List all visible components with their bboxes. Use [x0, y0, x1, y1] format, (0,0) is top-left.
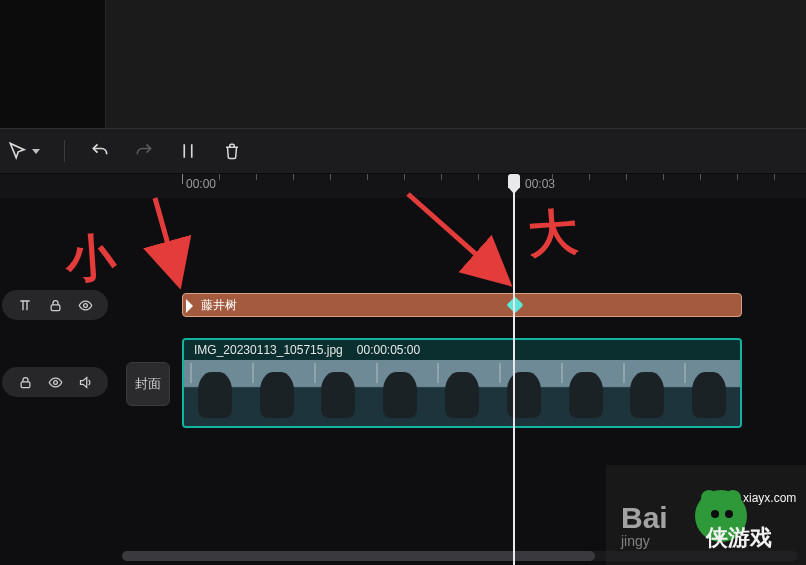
video-clip-duration: 00:00:05:00: [357, 343, 420, 357]
playhead[interactable]: [513, 174, 515, 565]
lock-icon[interactable]: [16, 373, 34, 391]
undo-button[interactable]: [89, 140, 111, 162]
keyframe-marker[interactable]: [507, 297, 524, 314]
text-clip-label: 藤井树: [201, 297, 237, 314]
eye-icon[interactable]: [76, 296, 94, 314]
cover-button[interactable]: 封面: [126, 362, 170, 406]
preview-sidebar: [0, 0, 106, 128]
preview-panel: [0, 0, 806, 128]
timeline-toolbar: [0, 128, 806, 174]
text-track: 藤井树: [0, 290, 806, 320]
svg-text:侠游戏: 侠游戏: [705, 525, 772, 550]
svg-rect-0: [51, 304, 60, 310]
video-thumbnail: [678, 360, 740, 426]
video-clip[interactable]: IMG_20230113_105715.jpg 00:00:05:00: [182, 338, 742, 428]
video-thumbnail: [369, 360, 431, 426]
svg-point-10: [711, 510, 719, 518]
video-track-head: [0, 360, 120, 404]
svg-point-9: [725, 490, 741, 506]
text-track-head: [0, 290, 120, 320]
ruler-label: 00:00: [186, 177, 216, 191]
svg-text:xiayx.com: xiayx.com: [743, 491, 796, 505]
preview-viewport[interactable]: [106, 0, 806, 128]
ruler-label: 00:03: [525, 177, 555, 191]
video-clip-header: IMG_20230113_105715.jpg 00:00:05:00: [184, 340, 740, 360]
text-clip[interactable]: 藤井树: [182, 293, 742, 317]
watermark: Bai jingy xiayx.com 侠游戏: [606, 465, 806, 565]
svg-rect-2: [21, 381, 30, 387]
video-track: 封面 IMG_20230113_105715.jpg 00:00:05:00: [0, 338, 806, 428]
svg-point-3: [53, 380, 57, 384]
redo-button[interactable]: [133, 140, 155, 162]
speaker-icon[interactable]: [76, 373, 94, 391]
video-thumbnail: [555, 360, 617, 426]
watermark-sub: jingy: [620, 533, 650, 549]
cursor-icon: [6, 140, 28, 162]
video-thumbnail: [431, 360, 493, 426]
time-ruler[interactable]: 00:00 00:03: [0, 174, 806, 198]
delete-button[interactable]: [221, 140, 243, 162]
chevron-down-icon: [32, 149, 40, 154]
svg-point-11: [725, 510, 733, 518]
eye-icon[interactable]: [46, 373, 64, 391]
scrollbar-thumb[interactable]: [122, 551, 595, 561]
video-thumbnail: [308, 360, 370, 426]
video-clip-filename: IMG_20230113_105715.jpg: [194, 343, 343, 357]
toolbar-separator: [64, 140, 65, 162]
svg-point-8: [701, 490, 717, 506]
svg-point-1: [83, 303, 87, 307]
video-thumbnail: [616, 360, 678, 426]
video-thumbnail: [493, 360, 555, 426]
video-thumbnail: [246, 360, 308, 426]
split-button[interactable]: [177, 140, 199, 162]
lock-icon[interactable]: [46, 296, 64, 314]
svg-text:Bai: Bai: [621, 501, 668, 534]
video-thumbnail: [184, 360, 246, 426]
select-tool[interactable]: [6, 140, 40, 162]
video-thumbnails: [184, 360, 740, 426]
text-track-type-icon: [16, 296, 34, 314]
